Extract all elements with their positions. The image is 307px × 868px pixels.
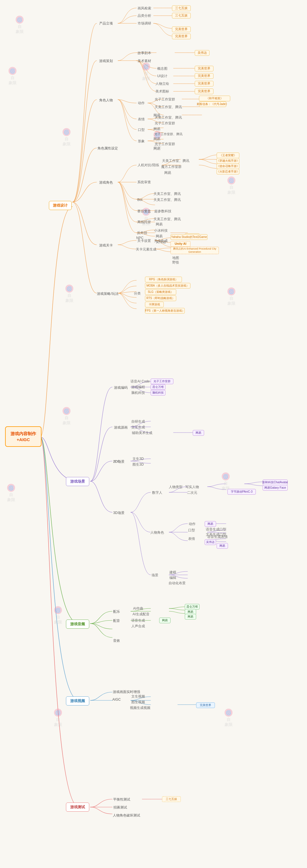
node-char-art: 人物立绘 bbox=[155, 81, 170, 87]
tag-fps: FPS（第一人称视角射击游戏） bbox=[145, 308, 185, 314]
node-2d-text3d: 文生3D bbox=[131, 456, 145, 462]
mindmap-container: 🌀 自象限 🌀 自象限 🌀 自象限 🌀 自象限 🌀 自象限 🌀 自象限 🌀 自象… bbox=[0, 0, 307, 868]
tag-galaxyface: 网易Galaxy Face bbox=[263, 485, 288, 491]
tag-heping: 《和平精英》 bbox=[199, 96, 230, 101]
watermark-7: 🌀 自象限 bbox=[65, 285, 73, 303]
node-pvp-sub1: 天美工作室、腾讯 bbox=[162, 158, 189, 164]
node-concept: 概念图 bbox=[155, 66, 170, 71]
tag-expr-wwd: 吴伟达 bbox=[205, 539, 216, 545]
tag-chatavatar: 影眸科技ChatAvatar bbox=[263, 479, 288, 485]
tag-mw-5: 完美世界 bbox=[195, 81, 213, 87]
tag-unity-ai: Unity AI bbox=[171, 241, 191, 247]
tag-wzry: 《王者荣耀》 bbox=[216, 153, 239, 158]
node-game-char: 游戏角色 bbox=[95, 179, 116, 186]
tag-yahaha: Yahaha Studio的Text2Game bbox=[171, 234, 207, 240]
tag-mw-1: 完美世界 bbox=[172, 27, 191, 32]
node-ai-compose: AI作曲 bbox=[131, 606, 145, 611]
node-level-elem: 关卡元素生成 bbox=[135, 246, 158, 252]
node-mouth-sub2: 网易 bbox=[151, 136, 163, 142]
node-npc-sub1: 小冰科技 bbox=[154, 228, 168, 234]
tag-voice-netease: 网易 bbox=[185, 614, 196, 620]
node-product: 产品立项 bbox=[95, 20, 116, 27]
tag-shiming: 《使命召唤手游》 bbox=[216, 163, 239, 169]
node-game-scene: 游戏场景 bbox=[66, 477, 89, 486]
node-vocal-synth: 人声合成 bbox=[131, 623, 145, 629]
node-offline: 离线托管 bbox=[135, 219, 154, 225]
node-level: 游戏关卡 bbox=[95, 242, 116, 248]
node-game-coding: 游戏编码 bbox=[111, 384, 130, 391]
tag-balance-37: 三七互娱 bbox=[162, 796, 181, 802]
node-2d-anime: 写实人物 bbox=[186, 484, 198, 490]
node-coding-sub2: 游戏编程 bbox=[131, 384, 145, 390]
node-coding-sub1: 语音AI Code bbox=[131, 378, 149, 384]
node-level-set: 关卡设置 bbox=[135, 238, 154, 244]
tag-panic3: 字节跳动PAniC-3 bbox=[228, 489, 256, 495]
node-action-sub1: 光子工作室群 bbox=[151, 96, 178, 102]
node-expression: 表情 bbox=[136, 116, 147, 122]
node-mouth: 口型 bbox=[136, 127, 147, 133]
node-scene-auto: 自动化布景 bbox=[168, 580, 186, 586]
node-char-role-expr: 表情 bbox=[186, 536, 197, 541]
node-offline-sub1: 天美工作室、腾讯 bbox=[154, 216, 181, 222]
tag-expr-netease: 网易 bbox=[216, 543, 228, 549]
tag-mw-4: 完美世界 bbox=[195, 73, 213, 79]
node-game-audio: 游戏音频 bbox=[66, 620, 89, 629]
node-img-video: 图生视频 bbox=[131, 699, 145, 705]
node-text-video: 文生视频 bbox=[131, 693, 145, 699]
node-game-video: 游戏视频 bbox=[66, 696, 89, 706]
tag-wanjiu: 昆仑万维 bbox=[151, 384, 165, 390]
tag-kunlun: 昆仑万维 bbox=[185, 604, 200, 610]
node-digital-human: 数字人 bbox=[150, 490, 165, 495]
node-char-role: 人物角色 bbox=[150, 530, 165, 535]
watermark-4: 🌀 自象限 bbox=[142, 63, 150, 82]
node-level-gen: 关卡生成 bbox=[154, 238, 168, 244]
watermark-2: 🌀 自象限 bbox=[8, 67, 16, 86]
node-dubbing: 配音 bbox=[111, 618, 122, 624]
tag-dubbing-netease: 网易 bbox=[159, 618, 171, 623]
node-offline-sub2: 网易 bbox=[154, 221, 165, 227]
tag-chuan: 《穿越火线手游》 bbox=[216, 158, 239, 164]
tag-moba: MOBA（多人在线战术竞技游戏） bbox=[145, 283, 191, 288]
node-expr-sub2: 光子工作室群 bbox=[151, 120, 178, 126]
node-category: 品类分析 bbox=[135, 13, 154, 19]
tag-rpg: RPG（角色扮演游戏） bbox=[145, 277, 182, 282]
node-coding-sub3: 脑机科技 bbox=[131, 390, 145, 396]
node-human-type: 人物类型 bbox=[168, 484, 183, 490]
node-char-test: 人物角色破坏测试 bbox=[111, 812, 142, 818]
node-music: 配乐 bbox=[111, 609, 122, 615]
watermark-8: 🌀 自象限 bbox=[228, 177, 235, 195]
node-video-video: 视频生成视频 bbox=[131, 705, 149, 711]
watermark-13: 🌀 自象限 bbox=[54, 606, 62, 625]
watermark-15: 🌀 自象限 bbox=[225, 709, 233, 727]
node-scene-edit: 编辑 bbox=[168, 575, 178, 581]
node-image: 形象 bbox=[136, 138, 147, 144]
tag-37-1: 三七互娱 bbox=[172, 5, 191, 11]
node-pvp-sub3: 网易 bbox=[162, 170, 173, 176]
node-story: 故事剧本 bbox=[135, 50, 154, 56]
node-ai-voice-gen: AI生成配音 bbox=[131, 611, 151, 617]
node-mouth-voice: 语音生成口型 bbox=[205, 526, 228, 532]
tag-huoying: 《火影忍者手游》 bbox=[216, 169, 239, 175]
node-voice-gen: 语音生成 bbox=[131, 618, 145, 623]
tag-rts: RTS（即时战略游戏） bbox=[145, 296, 176, 301]
node-bot: Bot bbox=[135, 197, 145, 203]
node-aux-art: 辅助美术生成 bbox=[131, 430, 154, 436]
watermark-3: 🌀 自象限 bbox=[63, 128, 70, 147]
tag-slg: SLG（策略类游戏） bbox=[145, 289, 176, 295]
tag-role-action-netease: 网易 bbox=[205, 521, 216, 527]
tag-card: 卡牌游戏 bbox=[145, 302, 164, 307]
node-recruit-test: 招募测试 bbox=[111, 804, 130, 810]
tag-chuanyue: 刺客信条：《代号Jade》 bbox=[199, 101, 226, 107]
node-img-sub2: 网易 bbox=[151, 146, 163, 151]
node-balance-test: 平衡性测试 bbox=[111, 796, 133, 803]
node-action: 动作 bbox=[136, 100, 147, 106]
tag-photon: 光子工作室群 bbox=[151, 378, 173, 384]
root-node: 游戏内容制作 +AIGC bbox=[5, 426, 41, 447]
node-2d-img3d: 图生3D bbox=[131, 462, 145, 467]
tag-video-mw: 完美世界 bbox=[196, 702, 215, 708]
node-classify: 分类 bbox=[132, 290, 142, 296]
node-strategy: 游戏策略/玩法 bbox=[95, 290, 120, 297]
tag-mw-2: 完美世界 bbox=[172, 34, 191, 39]
watermark-11: 🌀 自象限 bbox=[7, 484, 15, 503]
label-tech-2d: 技术 bbox=[111, 456, 122, 467]
